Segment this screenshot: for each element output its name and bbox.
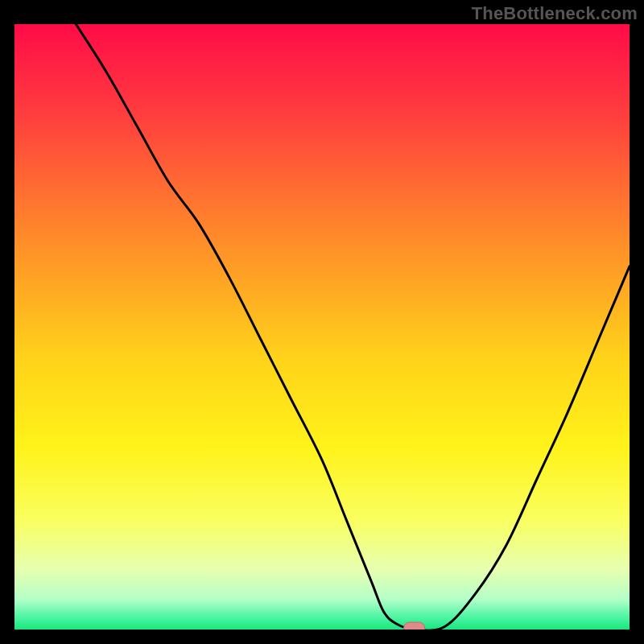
- watermark-text: TheBottleneck.com: [472, 3, 638, 24]
- bottleneck-chart: [14, 24, 630, 630]
- gradient-background: [14, 24, 630, 630]
- plot-area: [14, 24, 630, 630]
- optimal-marker: [404, 622, 425, 630]
- chart-stage: TheBottleneck.com: [0, 0, 644, 644]
